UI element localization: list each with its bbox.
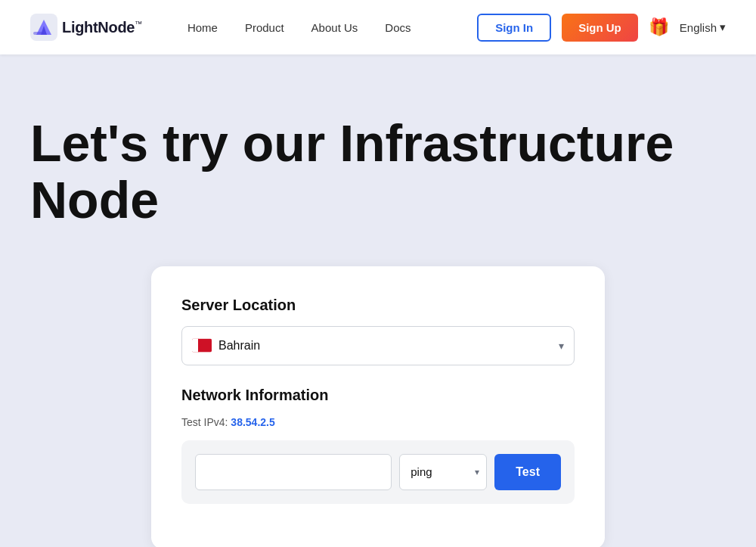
- network-info-section: Network Information Test IPv4: 38.54.2.5…: [181, 387, 575, 504]
- ping-select[interactable]: ping traceroute mtr: [399, 454, 487, 490]
- test-input[interactable]: [195, 454, 392, 490]
- test-button[interactable]: Test: [494, 454, 561, 490]
- infrastructure-card: Server Location Bahrain Singapore Japan …: [151, 266, 605, 547]
- test-row: ping traceroute mtr ▾ Test: [181, 440, 575, 504]
- test-ipv4-label: Test IPv4:: [181, 416, 228, 428]
- country-select-wrapper: Bahrain Singapore Japan USA Germany ▾: [181, 326, 575, 365]
- test-ipv4-link[interactable]: 38.54.2.5: [231, 416, 274, 428]
- server-location-section: Server Location Bahrain Singapore Japan …: [181, 297, 575, 365]
- gift-icon[interactable]: 🎁: [649, 17, 669, 37]
- hero-section: Let's try our Infrastructure Node Server…: [0, 54, 756, 547]
- logo-text: LightNode™: [62, 19, 142, 36]
- nav-home[interactable]: Home: [187, 21, 218, 34]
- language-selector[interactable]: English ▾: [680, 20, 726, 34]
- nav-actions: Sign In Sign Up 🎁 English ▾: [477, 14, 726, 42]
- nav-docs[interactable]: Docs: [385, 21, 411, 34]
- logo-icon: [30, 14, 57, 41]
- nav-links: Home Product About Us Docs: [187, 21, 477, 34]
- navbar: LightNode™ Home Product About Us Docs Si…: [0, 0, 756, 54]
- logo-link[interactable]: LightNode™: [30, 14, 142, 41]
- server-location-label: Server Location: [181, 297, 575, 314]
- hero-title: Let's try our Infrastructure Node: [30, 115, 711, 228]
- svg-rect-3: [33, 32, 44, 35]
- nav-product[interactable]: Product: [245, 21, 284, 34]
- nav-about[interactable]: About Us: [311, 21, 358, 34]
- ping-select-wrapper: ping traceroute mtr ▾: [399, 454, 487, 490]
- signin-button[interactable]: Sign In: [477, 14, 551, 42]
- signup-button[interactable]: Sign Up: [562, 14, 638, 42]
- test-ipv4-row: Test IPv4: 38.54.2.5: [181, 416, 575, 428]
- country-select[interactable]: Bahrain Singapore Japan USA Germany: [181, 326, 575, 365]
- chevron-down-icon: ▾: [720, 20, 726, 34]
- network-info-label: Network Information: [181, 387, 575, 404]
